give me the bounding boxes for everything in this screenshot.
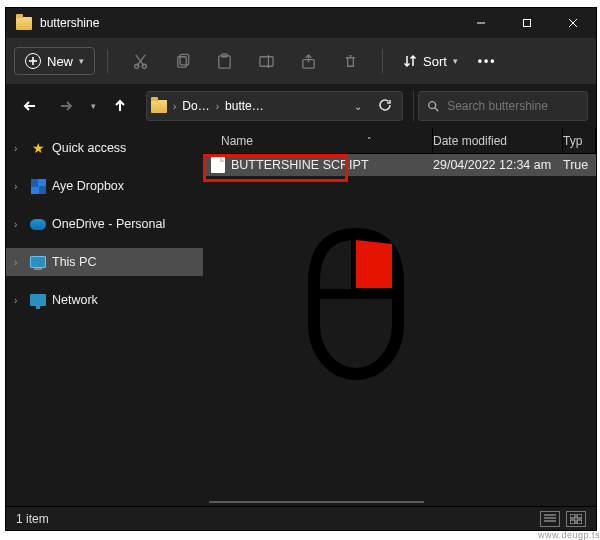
- sidebar-item-label: OneDrive - Personal: [52, 217, 165, 231]
- dropbox-icon: [31, 179, 46, 194]
- sidebar-item-this-pc[interactable]: › This PC: [6, 248, 203, 276]
- back-button[interactable]: [14, 90, 46, 122]
- details-view-button[interactable]: [540, 511, 560, 527]
- new-button[interactable]: New ▾: [14, 47, 95, 75]
- file-date: 29/04/2022 12:34 am: [433, 158, 563, 172]
- breadcrumb-sep: ›: [214, 101, 221, 112]
- column-headers: Name ˄ Date modified Typ: [203, 128, 596, 154]
- toolbar-separator: [382, 49, 383, 73]
- sidebar-item-network[interactable]: › Network: [6, 286, 203, 314]
- expand-icon[interactable]: ›: [14, 181, 24, 192]
- network-icon: [30, 294, 46, 306]
- forward-button[interactable]: [50, 90, 82, 122]
- navigation-pane: › ★ Quick access › Aye Dropbox › OneDriv…: [6, 128, 203, 506]
- file-icon: [211, 157, 225, 173]
- svg-rect-12: [218, 55, 229, 67]
- column-header-date[interactable]: Date modified: [433, 128, 563, 153]
- sidebar-item-onedrive[interactable]: › OneDrive - Personal: [6, 210, 203, 238]
- thumbnails-view-button[interactable]: [566, 511, 586, 527]
- svg-rect-10: [177, 56, 186, 66]
- svg-point-17: [429, 102, 436, 109]
- share-button[interactable]: [288, 41, 328, 81]
- breadcrumb-sep: ›: [171, 101, 178, 112]
- watermark: www.deugp.ts: [538, 530, 600, 540]
- sidebar-item-dropbox[interactable]: › Aye Dropbox: [6, 172, 203, 200]
- item-count: 1 item: [16, 512, 49, 526]
- breadcrumb-item[interactable]: butte…: [225, 99, 264, 113]
- explorer-body: › ★ Quick access › Aye Dropbox › OneDriv…: [6, 128, 596, 506]
- sort-asc-icon: ˄: [367, 136, 372, 146]
- file-list[interactable]: BUTTERSHINE SCRIPT 29/04/2022 12:34 am T…: [203, 154, 596, 498]
- separator: [413, 91, 414, 121]
- address-bar[interactable]: › Do… › butte… ⌄: [146, 91, 403, 121]
- up-button[interactable]: [104, 90, 136, 122]
- expand-icon[interactable]: ›: [14, 143, 24, 154]
- svg-rect-24: [570, 520, 575, 524]
- more-button[interactable]: •••: [468, 54, 507, 68]
- toolbar-separator: [107, 49, 108, 73]
- file-row[interactable]: BUTTERSHINE SCRIPT 29/04/2022 12:34 am T…: [203, 154, 596, 176]
- folder-icon: [151, 100, 167, 113]
- plus-icon: [25, 53, 41, 69]
- horizontal-scrollbar[interactable]: [203, 498, 596, 506]
- paste-button[interactable]: [204, 41, 244, 81]
- file-explorer-window: buttershine New ▾: [6, 8, 596, 530]
- sidebar-item-label: Aye Dropbox: [52, 179, 124, 193]
- breadcrumb-item[interactable]: Do…: [182, 99, 209, 113]
- sidebar-item-quick-access[interactable]: › ★ Quick access: [6, 134, 203, 162]
- delete-button[interactable]: [330, 41, 370, 81]
- history-dropdown[interactable]: ▾: [86, 101, 100, 111]
- window-minimize-button[interactable]: [458, 8, 504, 38]
- file-name: BUTTERSHINE SCRIPT: [231, 158, 369, 172]
- star-icon: ★: [30, 140, 46, 156]
- address-history-button[interactable]: ⌄: [348, 101, 368, 112]
- status-bar: 1 item: [6, 506, 596, 530]
- chevron-down-icon: ▾: [453, 56, 458, 66]
- refresh-button[interactable]: [372, 98, 398, 115]
- svg-rect-22: [570, 514, 575, 518]
- sidebar-item-label: Network: [52, 293, 98, 307]
- expand-icon[interactable]: ›: [14, 295, 24, 306]
- this-pc-icon: [30, 256, 46, 268]
- sort-button[interactable]: Sort ▾: [395, 49, 466, 74]
- svg-line-18: [435, 108, 438, 111]
- svg-rect-14: [259, 56, 272, 65]
- expand-icon[interactable]: ›: [14, 257, 24, 268]
- sort-icon: [403, 54, 417, 68]
- search-box[interactable]: [418, 91, 588, 121]
- column-header-name[interactable]: Name ˄: [203, 128, 433, 153]
- column-header-type[interactable]: Typ: [563, 128, 596, 153]
- chevron-down-icon: ▾: [79, 56, 84, 66]
- toolbar: New ▾ Sort ▾ •••: [6, 38, 596, 84]
- search-input[interactable]: [447, 99, 579, 113]
- titlebar: buttershine: [6, 8, 596, 38]
- window-title: buttershine: [40, 16, 99, 30]
- copy-button[interactable]: [162, 41, 202, 81]
- expand-icon[interactable]: ›: [14, 219, 24, 230]
- svg-rect-11: [180, 54, 189, 64]
- svg-rect-25: [577, 520, 582, 524]
- svg-rect-23: [577, 514, 582, 518]
- folder-icon: [16, 17, 32, 30]
- sidebar-item-label: Quick access: [52, 141, 126, 155]
- onedrive-icon: [30, 219, 46, 230]
- sort-button-label: Sort: [423, 54, 447, 69]
- file-type: True: [563, 158, 596, 172]
- file-list-pane: Name ˄ Date modified Typ BUTTERSHINE SCR…: [203, 128, 596, 506]
- navigation-bar: ▾ › Do… › butte… ⌄: [6, 84, 596, 128]
- svg-rect-1: [524, 20, 531, 27]
- search-icon: [427, 99, 439, 113]
- window-close-button[interactable]: [550, 8, 596, 38]
- new-button-label: New: [47, 54, 73, 69]
- cut-button[interactable]: [120, 41, 160, 81]
- window-maximize-button[interactable]: [504, 8, 550, 38]
- sidebar-item-label: This PC: [52, 255, 96, 269]
- scrollbar-thumb[interactable]: [209, 501, 424, 503]
- rename-button[interactable]: [246, 41, 286, 81]
